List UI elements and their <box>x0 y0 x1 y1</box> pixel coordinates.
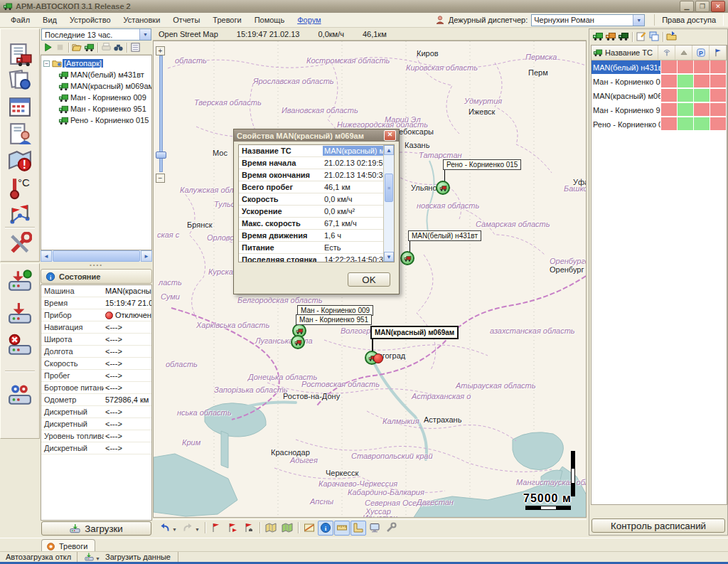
scrollbar-thumb[interactable] <box>53 250 140 262</box>
drive-delete-button[interactable] <box>8 334 33 359</box>
vehicle-name-cell[interactable]: MAN(красный) м06… <box>592 89 661 102</box>
menu-форум[interactable]: Форум <box>291 14 327 26</box>
info-button[interactable]: i <box>318 521 333 536</box>
menu-тревоги[interactable]: Тревоги <box>206 14 247 26</box>
document-person-button[interactable] <box>8 122 33 147</box>
truck-list-button[interactable] <box>618 31 629 43</box>
printer-button[interactable] <box>101 42 112 54</box>
scroll-left-arrow[interactable]: ◄ <box>41 250 52 262</box>
vehicle-marker[interactable] <box>291 335 305 349</box>
vehicle-callout[interactable]: Рено - Корниенко 015 <box>443 159 521 170</box>
tree-vehicle-item[interactable]: Ман - Корниенко 951 <box>41 103 151 115</box>
parking-column-header[interactable]: P <box>692 46 710 60</box>
tools-button[interactable] <box>8 232 33 257</box>
load-data-button[interactable]: ▼ Загрузить данные <box>77 552 178 562</box>
vehicle-marker[interactable] <box>436 181 450 195</box>
vehicle-name-cell[interactable]: MAN(белый) н431вт <box>592 60 661 74</box>
tree-vehicle-item[interactable]: Ман - Корниенко 009 <box>41 92 151 103</box>
ruler-button[interactable] <box>334 521 350 536</box>
menu-установки[interactable]: Установки <box>117 14 167 26</box>
zoom-slider-handle[interactable] <box>156 151 166 159</box>
schedule-control-button[interactable]: Контроль расписаний <box>592 518 725 533</box>
antenna-column-header[interactable] <box>658 46 675 60</box>
access-rights-button[interactable]: Права доступа <box>654 14 724 26</box>
chevron-down-icon[interactable]: ▼ <box>633 15 644 26</box>
chevron-down-icon[interactable]: ▼ <box>139 29 151 40</box>
menu-помощь[interactable]: Помощь <box>248 14 291 26</box>
truck-green-button[interactable] <box>592 31 604 43</box>
scrollbar-thumb[interactable]: ≡ <box>385 174 393 202</box>
flag-start-button[interactable] <box>208 521 224 536</box>
flag-home-button[interactable] <box>241 521 257 536</box>
vehicle-table-row[interactable]: Ман - Корниенко 951 <box>592 103 727 117</box>
vehicle-callout[interactable]: MAN(красный) м069ам <box>370 326 459 339</box>
tree-horizontal-scrollbar[interactable]: ◄ ► <box>41 250 152 262</box>
state-panel-header[interactable]: i Состояние <box>41 269 152 284</box>
scroll-up-arrow[interactable]: ▲ <box>384 145 394 155</box>
close-button[interactable]: ✕ <box>711 1 725 12</box>
minimize-button[interactable]: ▁ <box>680 1 694 12</box>
map-yellow-button[interactable] <box>263 521 279 536</box>
truck-button[interactable] <box>84 42 95 54</box>
chevron-down-icon[interactable]: ▼ <box>95 556 100 561</box>
vehicle-name-cell[interactable]: Ман - Корниенко 009 <box>592 75 661 88</box>
menu-устройство[interactable]: Устройство <box>63 14 117 26</box>
vehicle-table-row[interactable]: Ман - Корниенко 009 <box>592 75 727 89</box>
tree-root-autopark[interactable]: −[Автопарк] <box>41 58 151 69</box>
panel-splitter[interactable]: •••• <box>41 262 152 268</box>
report-truck-button[interactable] <box>8 42 33 68</box>
tree-vehicle-item[interactable]: Рено - Корниенко 015 <box>41 115 151 126</box>
chevron-down-icon[interactable]: ▼ <box>195 527 200 532</box>
calendar-button[interactable] <box>8 95 33 120</box>
map-ruler-button[interactable] <box>301 521 317 536</box>
vehicle-table-row[interactable]: MAN(красный) м06… <box>592 89 727 103</box>
vehicle-table-row[interactable]: MAN(белый) н431вт <box>592 60 727 75</box>
menu-вид[interactable]: Вид <box>36 14 63 26</box>
vehicle-marker[interactable] <box>365 351 379 365</box>
ruler-corner-button[interactable] <box>350 521 366 536</box>
drive-settings-button[interactable] <box>8 383 33 409</box>
map-warning-button[interactable]: ! <box>8 149 33 174</box>
zoom-out-button[interactable]: − <box>156 174 165 183</box>
monitor-button[interactable] <box>367 521 382 536</box>
truck-orange-button[interactable] <box>605 31 616 43</box>
windows-button[interactable] <box>648 31 660 43</box>
vehicle-callout[interactable]: Ман - Корниенко 951 <box>296 314 372 325</box>
open-folder-button[interactable] <box>72 42 82 54</box>
flag-column-header[interactable] <box>710 46 727 60</box>
wrench-button[interactable] <box>383 521 399 536</box>
sort-up-column-header[interactable] <box>675 46 692 60</box>
documents-pin-button[interactable] <box>8 68 33 94</box>
thermometer-button[interactable]: °C <box>8 176 33 201</box>
vehicle-name-cell[interactable]: Ман - Корниенко 951 <box>592 103 661 117</box>
tree-vehicle-item[interactable]: MAN(красный) м069ам <box>41 80 151 92</box>
chevron-down-icon[interactable]: ▼ <box>172 527 177 532</box>
dialog-vertical-scrollbar[interactable]: ▲ ≡ ▼ <box>383 145 394 262</box>
drive-auto-download-button[interactable] <box>8 270 33 295</box>
binoculars-button[interactable] <box>113 42 124 54</box>
drive-download-button[interactable] <box>8 302 33 328</box>
scroll-right-arrow[interactable]: ► <box>141 250 152 262</box>
panel-button[interactable] <box>130 42 141 54</box>
name-column-header[interactable]: Название ТС <box>592 46 658 60</box>
vehicle-callout[interactable]: MAN(белый) н431вт <box>408 230 481 241</box>
redo-button[interactable] <box>180 521 196 536</box>
export-button[interactable] <box>666 31 678 43</box>
scroll-down-arrow[interactable]: ▼ <box>384 252 394 262</box>
map-green-button[interactable] <box>279 521 295 536</box>
downloads-button[interactable]: Загрузки <box>41 521 151 536</box>
dialog-title-bar[interactable]: Свойства MAN(красный) м069ам ✕ <box>234 129 399 142</box>
play-button[interactable] <box>43 42 53 54</box>
stop-button[interactable] <box>55 42 65 54</box>
period-select[interactable]: Последние 13 час. ▼ <box>41 28 151 41</box>
vehicle-marker[interactable] <box>400 251 414 265</box>
vehicle-name-cell[interactable]: Рено - Корниенко 015 <box>592 117 661 131</box>
zoom-in-button[interactable]: + <box>156 46 165 55</box>
restore-button[interactable]: ❐ <box>695 1 710 12</box>
flag-play-button[interactable] <box>225 521 240 536</box>
dialog-ok-button[interactable]: OK <box>348 272 390 287</box>
map-zoom-control[interactable]: + − <box>156 46 167 183</box>
map-edit-button[interactable] <box>636 31 647 43</box>
tree-collapse-icon[interactable]: − <box>43 60 50 67</box>
vehicle-table-row[interactable]: Рено - Корниенко 015 <box>592 117 727 132</box>
